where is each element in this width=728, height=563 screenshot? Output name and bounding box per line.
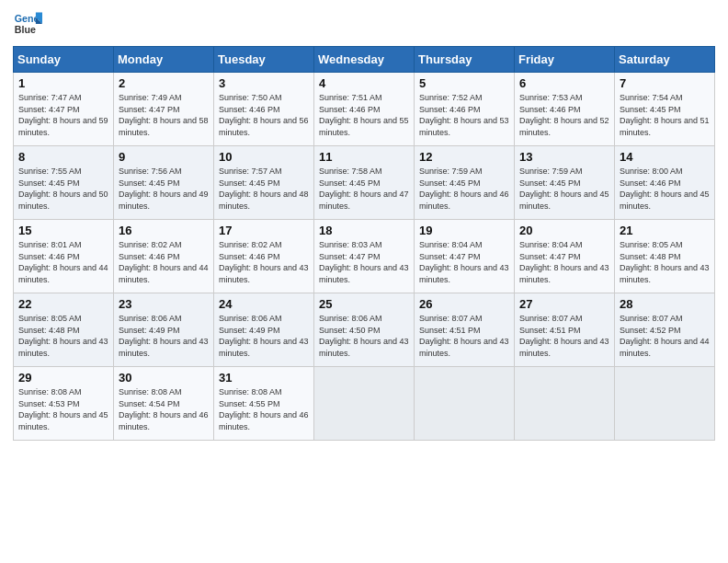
- day-number: 19: [419, 224, 509, 237]
- day-cell: 21 Sunrise: 8:05 AM Sunset: 4:48 PM Dayl…: [615, 220, 715, 293]
- daylight: Daylight: 8 hours and 56 minutes.: [219, 115, 309, 138]
- day-info: Sunrise: 7:59 AM Sunset: 4:45 PM Dayligh…: [519, 166, 609, 212]
- day-number: 7: [620, 76, 710, 90]
- sunrise: Sunrise: 8:07 AM: [620, 313, 710, 325]
- daylight: Daylight: 8 hours and 43 minutes.: [519, 336, 609, 359]
- day-number: 31: [219, 371, 309, 385]
- day-cell: 8 Sunrise: 7:55 AM Sunset: 4:45 PM Dayli…: [14, 146, 114, 220]
- day-number: 13: [519, 150, 609, 164]
- day-cell: 19 Sunrise: 8:04 AM Sunset: 4:47 PM Dayl…: [415, 220, 515, 293]
- sunrise: Sunrise: 8:08 AM: [18, 386, 108, 398]
- day-cell: 29 Sunrise: 8:08 AM Sunset: 4:53 PM Dayl…: [14, 367, 114, 441]
- daylight: Daylight: 8 hours and 43 minutes.: [18, 336, 108, 359]
- day-cell: 18 Sunrise: 8:03 AM Sunset: 4:47 PM Dayl…: [314, 220, 415, 293]
- sunset: Sunset: 4:47 PM: [519, 251, 609, 263]
- day-number: 29: [18, 371, 108, 385]
- sunset: Sunset: 4:52 PM: [620, 325, 710, 337]
- daylight: Daylight: 8 hours and 51 minutes.: [620, 115, 710, 138]
- day-number: 6: [519, 76, 609, 90]
- day-cell: 6 Sunrise: 7:53 AM Sunset: 4:46 PM Dayli…: [515, 73, 615, 146]
- day-info: Sunrise: 8:04 AM Sunset: 4:47 PM Dayligh…: [419, 239, 509, 285]
- day-number: 8: [18, 150, 108, 164]
- day-info: Sunrise: 8:08 AM Sunset: 4:53 PM Dayligh…: [18, 386, 108, 432]
- sunrise: Sunrise: 8:05 AM: [18, 313, 108, 325]
- day-number: 18: [319, 224, 409, 237]
- day-cell: 30 Sunrise: 8:08 AM Sunset: 4:54 PM Dayl…: [114, 367, 214, 441]
- day-cell: 10 Sunrise: 7:57 AM Sunset: 4:45 PM Dayl…: [214, 146, 314, 220]
- day-number: 11: [319, 150, 409, 164]
- day-number: 14: [620, 150, 710, 164]
- day-number: 30: [119, 371, 209, 385]
- sunrise: Sunrise: 7:59 AM: [419, 166, 509, 178]
- logo: General Blue: [13, 9, 46, 39]
- daylight: Daylight: 8 hours and 45 minutes.: [18, 409, 108, 432]
- sunrise: Sunrise: 8:03 AM: [319, 239, 409, 251]
- daylight: Daylight: 8 hours and 44 minutes.: [18, 262, 108, 285]
- weekday-header-saturday: Saturday: [615, 47, 715, 73]
- day-info: Sunrise: 7:47 AM Sunset: 4:47 PM Dayligh…: [18, 92, 108, 138]
- day-info: Sunrise: 7:56 AM Sunset: 4:45 PM Dayligh…: [119, 166, 209, 212]
- calendar: SundayMondayTuesdayWednesdayThursdayFrid…: [13, 46, 715, 441]
- sunset: Sunset: 4:46 PM: [219, 251, 309, 263]
- day-number: 3: [219, 76, 309, 90]
- day-info: Sunrise: 8:05 AM Sunset: 4:48 PM Dayligh…: [620, 239, 710, 285]
- daylight: Daylight: 8 hours and 47 minutes.: [319, 189, 409, 212]
- weekday-header-sunday: Sunday: [14, 47, 114, 73]
- day-info: Sunrise: 7:49 AM Sunset: 4:47 PM Dayligh…: [119, 92, 209, 138]
- daylight: Daylight: 8 hours and 45 minutes.: [519, 189, 609, 212]
- daylight: Daylight: 8 hours and 43 minutes.: [419, 262, 509, 285]
- day-number: 22: [18, 297, 108, 311]
- sunrise: Sunrise: 7:52 AM: [419, 92, 509, 104]
- sunset: Sunset: 4:49 PM: [119, 325, 209, 337]
- sunset: Sunset: 4:47 PM: [319, 251, 409, 263]
- daylight: Daylight: 8 hours and 53 minutes.: [419, 115, 509, 138]
- day-cell: 28 Sunrise: 8:07 AM Sunset: 4:52 PM Dayl…: [615, 293, 715, 367]
- sunset: Sunset: 4:47 PM: [419, 251, 509, 263]
- daylight: Daylight: 8 hours and 43 minutes.: [319, 262, 409, 285]
- sunrise: Sunrise: 7:49 AM: [119, 92, 209, 104]
- daylight: Daylight: 8 hours and 44 minutes.: [620, 336, 710, 359]
- day-number: 5: [419, 76, 509, 90]
- day-info: Sunrise: 8:04 AM Sunset: 4:47 PM Dayligh…: [519, 239, 609, 285]
- sunset: Sunset: 4:54 PM: [119, 398, 209, 410]
- day-cell: 24 Sunrise: 8:06 AM Sunset: 4:49 PM Dayl…: [214, 293, 314, 367]
- day-cell: [615, 367, 715, 441]
- sunset: Sunset: 4:49 PM: [219, 325, 309, 337]
- logo-icon: General Blue: [13, 9, 42, 39]
- sunrise: Sunrise: 8:06 AM: [219, 313, 309, 325]
- sunrise: Sunrise: 8:07 AM: [419, 313, 509, 325]
- day-info: Sunrise: 7:55 AM Sunset: 4:45 PM Dayligh…: [18, 166, 108, 212]
- day-cell: 3 Sunrise: 7:50 AM Sunset: 4:46 PM Dayli…: [214, 73, 314, 146]
- day-info: Sunrise: 8:06 AM Sunset: 4:49 PM Dayligh…: [219, 313, 309, 359]
- sunset: Sunset: 4:46 PM: [419, 104, 509, 116]
- day-info: Sunrise: 7:52 AM Sunset: 4:46 PM Dayligh…: [419, 92, 509, 138]
- sunrise: Sunrise: 8:06 AM: [319, 313, 409, 325]
- week-row-5: 29 Sunrise: 8:08 AM Sunset: 4:53 PM Dayl…: [14, 367, 715, 441]
- daylight: Daylight: 8 hours and 43 minutes.: [319, 336, 409, 359]
- sunrise: Sunrise: 7:47 AM: [18, 92, 108, 104]
- day-info: Sunrise: 7:57 AM Sunset: 4:45 PM Dayligh…: [219, 166, 309, 212]
- day-number: 20: [519, 224, 609, 237]
- svg-text:Blue: Blue: [15, 24, 36, 35]
- day-info: Sunrise: 8:00 AM Sunset: 4:46 PM Dayligh…: [620, 166, 710, 212]
- weekday-header-thursday: Thursday: [415, 47, 515, 73]
- weekday-header-wednesday: Wednesday: [314, 47, 415, 73]
- day-info: Sunrise: 8:06 AM Sunset: 4:50 PM Dayligh…: [319, 313, 409, 359]
- week-row-4: 22 Sunrise: 8:05 AM Sunset: 4:48 PM Dayl…: [14, 293, 715, 367]
- day-number: 9: [119, 150, 209, 164]
- daylight: Daylight: 8 hours and 52 minutes.: [519, 115, 609, 138]
- day-cell: 20 Sunrise: 8:04 AM Sunset: 4:47 PM Dayl…: [515, 220, 615, 293]
- day-cell: [415, 367, 515, 441]
- sunset: Sunset: 4:47 PM: [119, 104, 209, 116]
- day-cell: 2 Sunrise: 7:49 AM Sunset: 4:47 PM Dayli…: [114, 73, 214, 146]
- sunset: Sunset: 4:46 PM: [18, 251, 108, 263]
- sunrise: Sunrise: 7:56 AM: [119, 166, 209, 178]
- daylight: Daylight: 8 hours and 46 minutes.: [119, 409, 209, 432]
- sunrise: Sunrise: 8:01 AM: [18, 239, 108, 251]
- sunset: Sunset: 4:50 PM: [319, 325, 409, 337]
- sunset: Sunset: 4:45 PM: [319, 178, 409, 190]
- sunrise: Sunrise: 8:00 AM: [620, 166, 710, 178]
- daylight: Daylight: 8 hours and 44 minutes.: [119, 262, 209, 285]
- sunset: Sunset: 4:48 PM: [620, 251, 710, 263]
- sunset: Sunset: 4:45 PM: [519, 178, 609, 190]
